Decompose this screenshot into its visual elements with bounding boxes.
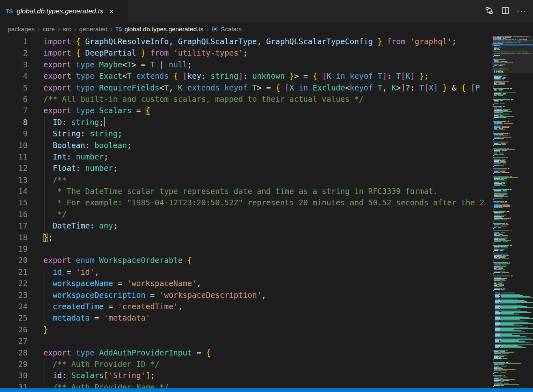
code-line[interactable]: 13 /** (0, 174, 485, 185)
code-line[interactable]: 29 /** Auth Provider ID */ (0, 358, 485, 370)
code-token: */ (43, 210, 67, 219)
code-token: export (43, 256, 71, 265)
code-line[interactable]: 14 * The DateTime scalar type represents… (0, 185, 485, 197)
code-line[interactable]: 22 workspaceName = 'workspaceName', (0, 278, 485, 289)
breadcrumb-item-packages[interactable]: packages (8, 26, 34, 33)
code-line[interactable]: 28export type AddAuthProviderInput = { (0, 347, 485, 358)
code-line[interactable]: 30 id: Scalars['String']; (0, 370, 485, 381)
code-line[interactable]: 31 /** Auth Provider Name */ (0, 381, 485, 388)
line-number[interactable]: 28 (0, 347, 28, 358)
breadcrumb-item-core[interactable]: core (43, 26, 55, 33)
line-number[interactable]: 11 (0, 151, 28, 162)
line-number[interactable]: 8 (0, 116, 28, 128)
code-line[interactable]: 18}; (0, 232, 485, 243)
minimap-row (493, 310, 533, 310)
code-line[interactable]: 24 createdTime = 'createdTime', (0, 301, 485, 312)
open-changes-button[interactable] (483, 5, 496, 18)
code-line[interactable]: 1import { GraphQLResolveInfo, GraphQLSca… (0, 36, 485, 47)
line-number[interactable]: 14 (0, 185, 28, 197)
line-number[interactable]: 23 (0, 289, 28, 301)
code-line[interactable]: 26} (0, 324, 485, 335)
code-line[interactable]: 4export type Exact<T extends { [key: str… (0, 70, 485, 82)
code-editor[interactable]: 1import { GraphQLResolveInfo, GraphQLSca… (0, 36, 485, 388)
line-number[interactable]: 2 (0, 47, 28, 58)
line-number[interactable]: 10 (0, 140, 28, 151)
code-line[interactable]: 7export type Scalars = { (0, 105, 485, 116)
code-line[interactable]: 12 Float: number; (0, 162, 485, 174)
line-number[interactable]: 1 (0, 36, 28, 47)
code-token: null (169, 60, 187, 69)
minimap-row (493, 118, 533, 119)
line-number[interactable]: 20 (0, 254, 28, 266)
code-line[interactable]: 20export enum WorkspaceOrderable { (0, 254, 485, 266)
line-number[interactable]: 22 (0, 278, 28, 289)
minimap-row (493, 360, 533, 360)
line-number[interactable]: 18 (0, 232, 28, 243)
code-token: , (95, 267, 99, 276)
close-icon[interactable]: × (107, 6, 116, 16)
code-line[interactable]: 3export type Maybe<T> = T | null; (0, 59, 485, 70)
breadcrumb-item-src[interactable]: src (63, 26, 71, 33)
line-number[interactable]: 13 (0, 174, 28, 185)
tab-global-db-types-generated[interactable]: TS global.db.types.generated.ts × (0, 0, 128, 22)
code-line[interactable]: 8 ID: string; (0, 116, 485, 128)
line-number[interactable]: 26 (0, 324, 28, 335)
code-line[interactable]: 16 */ (0, 209, 485, 220)
line-number[interactable]: 17 (0, 220, 28, 231)
minimap-row (493, 90, 533, 91)
line-number[interactable]: 7 (0, 105, 28, 116)
line-number[interactable]: 24 (0, 301, 28, 312)
line-number[interactable]: 12 (0, 162, 28, 174)
line-number[interactable]: 16 (0, 209, 28, 220)
code-line[interactable]: 27 (0, 335, 485, 347)
minimap-row (493, 355, 533, 355)
tab-actions: ··· (483, 0, 533, 22)
minimap-row (493, 255, 533, 256)
code-line[interactable]: 6/** All built-in and custom scalars, ma… (0, 93, 485, 105)
line-number[interactable]: 27 (0, 335, 28, 347)
code-line[interactable]: 23 workspaceDescription = 'workspaceDesc… (0, 289, 485, 301)
line-number[interactable]: 25 (0, 312, 28, 323)
more-actions-button[interactable]: ··· (515, 5, 528, 18)
minimap-row (493, 207, 533, 208)
minimap-row (493, 138, 533, 139)
breadcrumb-item-global-db-types-generated-ts[interactable]: TSglobal.db.types.generated.ts (116, 26, 204, 33)
split-editor-button[interactable] (499, 5, 512, 18)
minimap-row (493, 189, 533, 190)
code-line[interactable]: 15 * For example: "1985-04-12T23:20:50.5… (0, 197, 485, 208)
line-number[interactable]: 9 (0, 128, 28, 139)
minimap-row (493, 211, 533, 212)
code-line[interactable]: 17 DateTime: any; (0, 220, 485, 231)
line-number[interactable]: 15 (0, 197, 28, 208)
code-line[interactable]: 10 Boolean: boolean; (0, 140, 485, 151)
code-token: Boolean (53, 141, 85, 150)
code-line[interactable]: 19 (0, 243, 485, 254)
code-token (81, 48, 85, 57)
minimap-row (493, 366, 533, 366)
line-number[interactable]: 5 (0, 82, 28, 93)
code-line[interactable]: 9 String: string; (0, 128, 485, 139)
line-number[interactable]: 21 (0, 266, 28, 278)
breadcrumb-item-scalars[interactable]: Scalars (211, 26, 242, 33)
line-number[interactable]: 30 (0, 370, 28, 381)
code-token: < (345, 83, 350, 92)
code-line[interactable]: 5export type RequireFields<T, K extends … (0, 82, 485, 93)
line-number[interactable]: 4 (0, 70, 28, 82)
code-line[interactable]: 2import { DeepPartial } from 'utility-ty… (0, 47, 485, 58)
code-line[interactable]: 11 Int: number; (0, 151, 485, 162)
code-token: , (169, 83, 178, 92)
code-line[interactable]: 25 metadata = 'metadata' (0, 312, 485, 323)
minimap-row (493, 383, 533, 383)
breadcrumb-item-generated[interactable]: generated (79, 26, 107, 33)
vertical-scrollbar[interactable] (485, 36, 492, 388)
line-number[interactable]: 31 (0, 381, 28, 388)
minimap-slider[interactable] (492, 36, 533, 73)
code-line[interactable]: 21 id = 'id', (0, 266, 485, 278)
minimap[interactable] (492, 36, 533, 388)
line-content: Boolean: boolean; (43, 140, 131, 151)
line-number[interactable]: 19 (0, 243, 28, 254)
line-number[interactable]: 6 (0, 93, 28, 105)
line-number[interactable]: 29 (0, 358, 28, 370)
line-number[interactable]: 3 (0, 59, 28, 70)
code-token: K (406, 71, 410, 80)
